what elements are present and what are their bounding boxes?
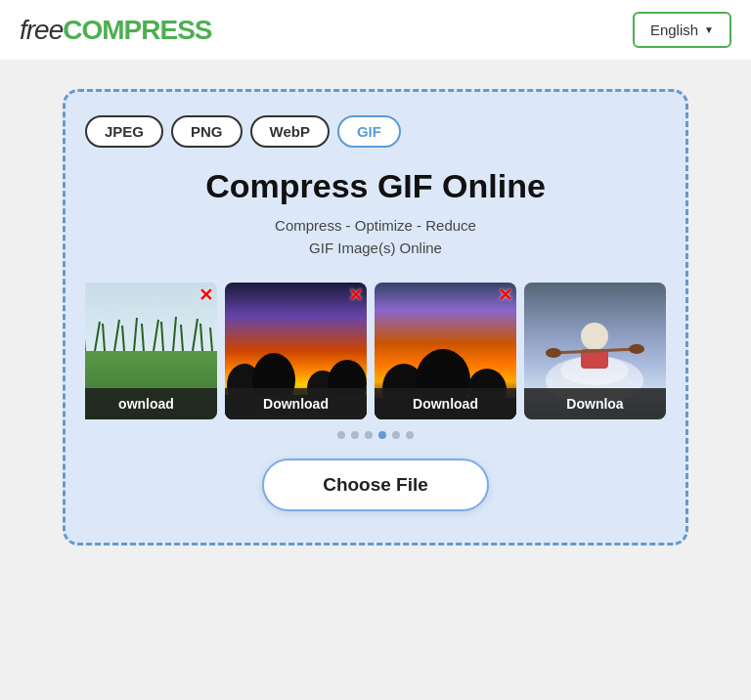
compress-box: JPEG PNG WebP GIF Compress GIF Online Co… (63, 89, 688, 546)
format-tabs: JPEG PNG WebP GIF (85, 115, 666, 148)
image-card-1: ✕ Download (225, 283, 367, 419)
download-button-2[interactable]: Download (375, 388, 516, 419)
scroll-dot-2 (365, 431, 373, 439)
compress-subtitle: Compress - Optimize - Reduce GIF Image(s… (85, 215, 666, 259)
tab-webp[interactable]: WebP (250, 115, 330, 148)
image-card-2: ✕ Download (375, 283, 516, 419)
download-button-0[interactable]: ownload (85, 388, 217, 419)
scroll-indicator (85, 431, 666, 439)
chevron-down-icon: ▼ (704, 24, 714, 35)
images-row: ✕ ownload (85, 283, 666, 419)
language-button[interactable]: English ▼ (633, 12, 731, 48)
logo: freeCOMPRESS (20, 15, 212, 46)
svg-point-30 (581, 323, 608, 350)
tab-jpeg[interactable]: JPEG (85, 115, 163, 148)
tab-gif[interactable]: GIF (337, 115, 401, 148)
scroll-dot-5 (406, 431, 414, 439)
image-card-3: Downloa (524, 283, 666, 419)
choose-file-button[interactable]: Choose File (262, 459, 489, 511)
scroll-dot-1 (351, 431, 359, 439)
logo-free: free (20, 15, 63, 45)
tab-png[interactable]: PNG (171, 115, 243, 148)
page-title: Compress GIF Online (85, 167, 666, 205)
svg-point-34 (629, 344, 644, 354)
language-label: English (650, 22, 698, 38)
close-icon-0[interactable]: ✕ (199, 286, 213, 304)
scroll-dot-3 (378, 431, 386, 439)
scroll-dot-4 (392, 431, 400, 439)
image-card-0: ✕ ownload (85, 283, 217, 419)
close-icon-2[interactable]: ✕ (498, 286, 512, 304)
download-button-1[interactable]: Download (225, 388, 367, 419)
close-icon-1[interactable]: ✕ (348, 286, 363, 304)
header: freeCOMPRESS English ▼ (0, 0, 751, 60)
download-button-3[interactable]: Downloa (524, 388, 666, 419)
logo-compress: COMPRESS (63, 15, 211, 45)
svg-point-33 (546, 348, 561, 358)
main-content: JPEG PNG WebP GIF Compress GIF Online Co… (0, 60, 751, 700)
scroll-dot-0 (337, 431, 345, 439)
